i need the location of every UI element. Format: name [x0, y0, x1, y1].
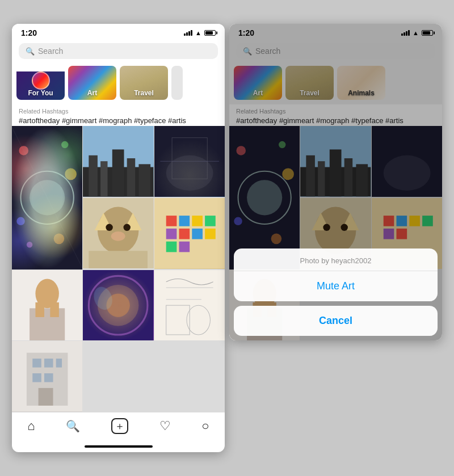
bottom-indicator-left [85, 445, 153, 448]
grid-cell-psychedelic[interactable] [83, 270, 153, 340]
chip-label-foryou: For You [16, 89, 65, 97]
svg-rect-36 [192, 229, 203, 239]
grid-cell-fox[interactable] [83, 198, 153, 268]
categories-left: For You Art Travel [12, 64, 225, 104]
hashtags-section-left: Related Hashtags #artoftheday #gimmeart … [12, 104, 225, 126]
svg-point-4 [61, 141, 68, 148]
svg-rect-60 [32, 373, 41, 382]
svg-point-3 [19, 146, 28, 155]
svg-point-25 [106, 224, 113, 231]
right-phone-screen: 1:20 ▲ 🔍 Search [229, 24, 442, 340]
grid-cell-building[interactable] [12, 341, 82, 411]
svg-rect-30 [166, 216, 176, 226]
action-sheet-overlay: Photo by heyach2002 Mute Art Cancel [229, 24, 442, 340]
svg-rect-58 [44, 359, 53, 368]
svg-rect-59 [56, 359, 62, 368]
svg-rect-14 [112, 150, 124, 197]
grid-cell-lego-svg [154, 198, 225, 268]
nav-profile-left[interactable]: ○ [201, 419, 209, 433]
signal-bar-1 [184, 33, 186, 36]
screens-wrapper: 1:20 ▲ 🔍 Search [12, 24, 442, 452]
svg-rect-62 [39, 388, 53, 406]
home-indicator-left [12, 443, 225, 452]
wifi-icon-left: ▲ [195, 30, 201, 36]
search-input-wrapper-left[interactable]: 🔍 Search [19, 43, 218, 59]
svg-rect-17 [154, 126, 225, 196]
grid-cell-splatter-svg [12, 126, 82, 269]
chip-label-travel-left: Travel [120, 89, 168, 97]
svg-rect-16 [139, 165, 151, 197]
photo-grid-left [12, 126, 225, 411]
svg-rect-13 [100, 161, 107, 196]
bottom-nav-left: ⌂ 🔍 ＋ ♡ ○ [12, 412, 225, 443]
grid-cell-cityscape-svg [83, 126, 153, 196]
svg-rect-43 [35, 302, 44, 317]
svg-point-46 [89, 276, 148, 335]
svg-point-2 [30, 180, 65, 216]
status-time-left: 1:20 [21, 28, 37, 37]
signal-bars-left [184, 30, 192, 36]
grid-cell-fox-svg [83, 198, 153, 268]
svg-rect-19 [172, 138, 207, 179]
grid-cell-splatter[interactable] [12, 126, 82, 269]
svg-point-27 [111, 231, 125, 241]
svg-rect-44 [50, 302, 59, 317]
svg-rect-57 [32, 359, 41, 368]
svg-point-48 [107, 293, 130, 317]
nav-home-left[interactable]: ⌂ [27, 419, 35, 433]
search-placeholder-left: Search [38, 47, 63, 56]
grid-cell-dark-art-svg [154, 126, 225, 196]
svg-point-5 [65, 169, 77, 180]
svg-point-26 [124, 224, 131, 231]
hashtags-text-left: #artoftheday #gimmeart #mograph #typefac… [19, 116, 218, 125]
svg-rect-28 [89, 251, 148, 268]
svg-point-18 [166, 155, 213, 191]
svg-rect-32 [192, 216, 203, 226]
grid-cell-lego[interactable] [154, 198, 225, 268]
svg-rect-0 [12, 127, 82, 268]
svg-rect-37 [205, 229, 216, 239]
chip-extra-left[interactable] [171, 66, 183, 100]
chip-label-art-left: Art [68, 89, 116, 97]
svg-rect-38 [166, 242, 176, 252]
battery-icon-left [204, 30, 216, 36]
svg-point-49 [91, 284, 115, 313]
action-sheet-title: Photo by heyach2002 [234, 248, 438, 271]
svg-rect-42 [30, 308, 65, 340]
svg-point-7 [54, 234, 65, 245]
chip-travel-left[interactable]: Travel [120, 66, 168, 100]
action-sheet: Photo by heyach2002 Mute Art Cancel [229, 244, 442, 340]
svg-rect-35 [179, 229, 190, 239]
cancel-button[interactable]: Cancel [234, 306, 438, 336]
svg-rect-45 [83, 270, 153, 340]
grid-cell-portrait-svg [12, 270, 82, 340]
svg-rect-12 [89, 155, 98, 197]
svg-rect-15 [127, 158, 136, 196]
signal-bar-4 [191, 30, 192, 36]
search-bar-left: 🔍 Search [12, 40, 225, 64]
nav-add-left[interactable]: ＋ [111, 418, 128, 434]
svg-line-9 [12, 127, 82, 268]
grid-cell-portrait[interactable] [12, 270, 82, 340]
svg-rect-33 [205, 216, 216, 226]
signal-bar-3 [188, 31, 190, 36]
grid-cell-sketches-svg [154, 270, 225, 340]
status-bar-left: 1:20 ▲ [12, 24, 225, 40]
grid-cell-dark-art-1[interactable] [154, 126, 225, 196]
grid-cell-cityscape[interactable] [83, 126, 153, 196]
nav-search-left[interactable]: 🔍 [66, 419, 80, 433]
chip-foryou[interactable]: For You [16, 66, 65, 100]
signal-bar-2 [186, 32, 188, 36]
hashtags-label-left: Related Hashtags [19, 108, 218, 115]
chip-art-left[interactable]: Art [68, 66, 116, 100]
avatar-foryou [32, 71, 50, 90]
grid-cell-sketches[interactable] [154, 270, 225, 340]
mute-art-button[interactable]: Mute Art [234, 271, 438, 301]
search-icon-left: 🔍 [26, 47, 35, 56]
svg-rect-39 [179, 242, 190, 252]
nav-heart-left[interactable]: ♡ [159, 419, 171, 433]
grid-cell-psychedelic-svg [83, 270, 153, 340]
action-sheet-card: Photo by heyach2002 Mute Art [234, 248, 438, 301]
svg-rect-34 [166, 229, 176, 239]
svg-point-1 [21, 171, 74, 224]
